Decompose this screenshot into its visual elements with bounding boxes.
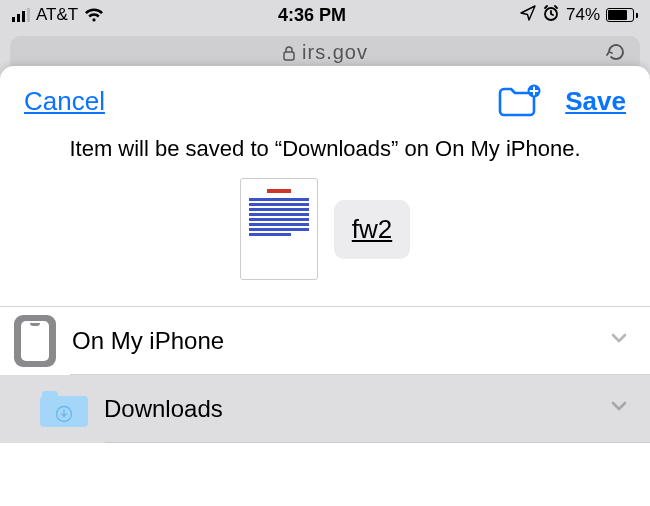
document-thumbnail[interactable] (240, 178, 318, 280)
iphone-icon (14, 315, 56, 367)
carrier-label: AT&T (36, 5, 78, 25)
location-root-label: On My iPhone (72, 327, 224, 355)
svg-rect-1 (284, 52, 294, 60)
chevron-down-icon (608, 395, 630, 423)
filename-field[interactable]: fw2 (334, 200, 410, 259)
status-time: 4:36 PM (278, 5, 346, 26)
location-downloads-label: Downloads (104, 395, 223, 423)
location-row-root[interactable]: On My iPhone (0, 307, 650, 375)
preview-row: fw2 (0, 168, 650, 306)
save-sheet: Cancel Save Item will be saved to “Downl… (0, 66, 650, 506)
status-left: AT&T (12, 5, 104, 25)
signal-icon (12, 8, 30, 22)
location-list: On My iPhone Downloads (0, 306, 650, 443)
lock-icon (282, 43, 296, 66)
cancel-button[interactable]: Cancel (24, 86, 105, 117)
address-url: irs.gov (302, 41, 368, 64)
wifi-icon (84, 8, 104, 23)
alarm-icon (542, 4, 560, 27)
reload-icon[interactable] (604, 40, 628, 69)
status-bar: AT&T 4:36 PM 74% (0, 0, 650, 30)
status-right: 74% (520, 4, 638, 27)
location-arrow-icon (520, 5, 536, 26)
save-message: Item will be saved to “Downloads” on On … (0, 126, 650, 168)
downloads-folder-icon (40, 391, 88, 427)
sheet-header: Cancel Save (0, 66, 650, 126)
new-folder-button[interactable] (497, 84, 541, 118)
battery-percent: 74% (566, 5, 600, 25)
save-button[interactable]: Save (565, 86, 626, 117)
location-row-downloads[interactable]: Downloads (0, 375, 650, 443)
chevron-down-icon (608, 327, 630, 355)
battery-icon (606, 8, 638, 22)
